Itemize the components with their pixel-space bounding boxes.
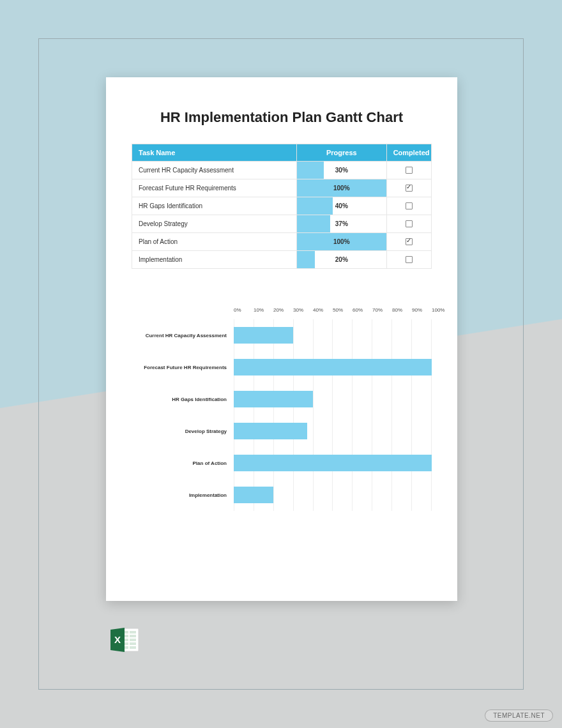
chart-bar — [234, 487, 273, 503]
x-axis-ticks: 0%10%20%30%40%50%60%70%80%90%100% — [234, 307, 432, 313]
svg-rect-8 — [130, 642, 136, 645]
watermark: TEMPLATE.NET — [485, 709, 553, 722]
page-title: HR Implementation Plan Gantt Chart — [132, 109, 432, 126]
chart-bar — [234, 391, 313, 407]
chart-row: Implementation — [234, 479, 432, 511]
header-task: Task Name — [132, 144, 297, 162]
chart-row: Plan of Action — [234, 447, 432, 479]
chart-row-label: Develop Strategy — [132, 428, 231, 434]
task-cell: Plan of Action — [132, 233, 297, 251]
progress-table: Task Name Progress Completed Current HR … — [132, 144, 432, 269]
completed-checkbox[interactable] — [406, 167, 413, 174]
chart-row-label: Forecast Future HR Requirements — [132, 365, 231, 370]
chart-bar — [234, 455, 432, 471]
completed-cell — [386, 251, 431, 269]
progress-cell: 37% — [296, 215, 386, 233]
chart-row-label: Current HR Capacity Assessment — [132, 333, 231, 338]
document-page: HR Implementation Plan Gantt Chart Task … — [106, 77, 457, 601]
header-progress: Progress — [296, 144, 386, 162]
task-cell: Develop Strategy — [132, 215, 297, 233]
completed-checkbox[interactable] — [406, 202, 413, 209]
task-cell: Forecast Future HR Requirements — [132, 179, 297, 197]
chart-row: Develop Strategy — [234, 415, 432, 447]
chart-bar — [234, 359, 432, 375]
chart-plot-area: Current HR Capacity AssessmentForecast F… — [234, 319, 432, 511]
progress-label: 20% — [297, 252, 386, 268]
progress-cell: 100% — [296, 179, 386, 197]
table-row: Plan of Action100% — [132, 233, 432, 251]
table-row: HR Gaps Identification40% — [132, 197, 432, 215]
progress-label: 100% — [297, 180, 386, 197]
chart-row-label: Implementation — [132, 492, 231, 498]
completed-cell — [386, 215, 431, 233]
completed-checkbox[interactable] — [406, 220, 413, 227]
table-row: Implementation20% — [132, 251, 432, 269]
task-cell: HR Gaps Identification — [132, 197, 297, 215]
completed-checkbox[interactable] — [406, 185, 413, 192]
chart-row-label: HR Gaps Identification — [132, 397, 231, 402]
chart-row: Current HR Capacity Assessment — [234, 319, 432, 351]
progress-cell: 100% — [296, 233, 386, 251]
svg-rect-6 — [130, 639, 136, 641]
preview-frame: HR Implementation Plan Gantt Chart Task … — [38, 38, 524, 690]
completed-checkbox[interactable] — [406, 238, 413, 245]
progress-cell: 30% — [296, 162, 386, 179]
task-cell: Current HR Capacity Assessment — [132, 162, 297, 179]
progress-cell: 20% — [296, 251, 386, 269]
chart-bar — [234, 423, 307, 439]
completed-cell — [386, 197, 431, 215]
task-cell: Implementation — [132, 251, 297, 269]
header-completed: Completed — [386, 144, 431, 162]
table-row: Forecast Future HR Requirements100% — [132, 179, 432, 197]
table-header-row: Task Name Progress Completed — [132, 144, 432, 162]
completed-checkbox[interactable] — [406, 256, 413, 263]
chart-bar — [234, 327, 293, 344]
bar-chart: 0%10%20%30%40%50%60%70%80%90%100% Curren… — [132, 307, 432, 511]
progress-label: 37% — [297, 216, 386, 232]
svg-rect-4 — [130, 635, 136, 637]
progress-label: 100% — [297, 234, 386, 250]
table-row: Current HR Capacity Assessment30% — [132, 162, 432, 179]
svg-rect-2 — [130, 631, 136, 633]
completed-cell — [386, 233, 431, 251]
progress-cell: 40% — [296, 197, 386, 215]
progress-label: 30% — [297, 162, 386, 179]
svg-text:X: X — [114, 634, 121, 645]
completed-cell — [386, 179, 431, 197]
chart-row-label: Plan of Action — [132, 460, 231, 466]
table-row: Develop Strategy37% — [132, 215, 432, 233]
completed-cell — [386, 162, 431, 179]
chart-row: HR Gaps Identification — [234, 383, 432, 415]
progress-label: 40% — [297, 198, 386, 215]
svg-rect-10 — [130, 646, 136, 649]
excel-icon: X — [109, 626, 140, 654]
chart-row: Forecast Future HR Requirements — [234, 351, 432, 383]
